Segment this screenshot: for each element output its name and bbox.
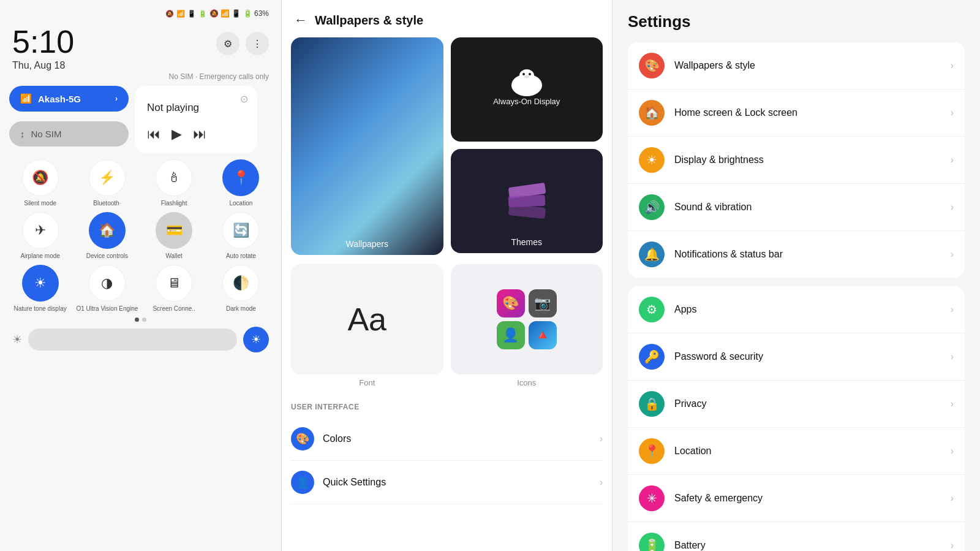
device-icon[interactable]: 🏠: [89, 212, 126, 249]
aod-card[interactable]: Always-On Display: [451, 37, 603, 142]
clock-time: 5:10: [12, 26, 74, 58]
settings-notifications[interactable]: 🔔 Notifications & status bar ›: [628, 231, 965, 278]
airplane-label: Airplane mode: [20, 252, 59, 260]
nature-icon[interactable]: ☀: [22, 265, 59, 302]
bluetooth-label: Bluetooth·: [93, 199, 121, 207]
wallpaper-grid: Wallpapers Always-On Display: [282, 37, 612, 264]
nosim-label: No SIM: [31, 129, 62, 139]
music-cast-icon: ⊙: [240, 93, 248, 105]
brightness-slider[interactable]: [28, 329, 237, 351]
svg-point-6: [532, 78, 540, 83]
phone-icon: 📱: [187, 10, 196, 18]
rotate-label: Auto rotate: [226, 252, 256, 260]
settings-location[interactable]: 📍 Location ›: [628, 428, 965, 475]
nosim-icon: ↕: [20, 129, 25, 139]
settings-apps[interactable]: ⚙ Apps ›: [628, 286, 965, 333]
quick-dark[interactable]: 🌓 Dark mode: [210, 265, 272, 313]
prev-icon[interactable]: ⏮: [147, 126, 160, 142]
safety-arrow: ›: [951, 493, 954, 504]
battery-icon: 🔋: [198, 10, 207, 18]
nosim-button[interactable]: ↕ No SIM: [9, 121, 129, 146]
quicksettings-item[interactable]: 👤 Quick Settings ›: [291, 461, 603, 504]
wifi-button[interactable]: 📶 Akash-5G ›: [9, 86, 129, 112]
airplane-icon[interactable]: ✈: [22, 212, 59, 249]
apps-arrow: ›: [951, 304, 954, 315]
bluetooth-icon[interactable]: ⚡: [89, 159, 126, 196]
page-dots: [9, 317, 272, 322]
location-setting-icon: 📍: [639, 438, 665, 464]
more-icon[interactable]: ⋮: [246, 32, 269, 55]
icons-section: 🎨 📷 👤 🔺 Icons: [451, 264, 603, 387]
play-icon[interactable]: ▶: [172, 126, 182, 142]
quick-vision[interactable]: ◑ O1 Ultra Vision Engine: [76, 265, 138, 313]
brightness-high-button[interactable]: ☀: [243, 327, 269, 352]
clock-date: Thu, Aug 18: [12, 60, 74, 71]
music-controls[interactable]: ⏮ ▶ ⏭: [147, 126, 245, 142]
flashlight-label: Flashlight: [161, 199, 187, 207]
nature-label: Nature tone display: [14, 305, 67, 313]
not-playing-text: Not playing: [147, 102, 245, 114]
vision-icon[interactable]: ◑: [89, 265, 126, 302]
settings-battery[interactable]: 🔋 Battery ›: [628, 522, 965, 551]
quick-wallet[interactable]: 💳 Wallet: [143, 212, 205, 260]
password-label: Password & security: [674, 351, 941, 362]
icons-card[interactable]: 🎨 📷 👤 🔺: [451, 264, 603, 374]
quick-airplane[interactable]: ✈ Airplane mode: [9, 212, 71, 260]
themes-card[interactable]: Themes: [451, 149, 603, 253]
wallpapers-label: Wallpapers: [291, 239, 443, 249]
wifi-arrow: ›: [115, 94, 118, 103]
screen-icon[interactable]: 🖥: [156, 265, 192, 302]
next-icon[interactable]: ⏭: [193, 126, 206, 142]
settings-password[interactable]: 🔑 Password & security ›: [628, 333, 965, 381]
apps-label: Apps: [674, 304, 941, 315]
vision-label: O1 Ultra Vision Engine: [76, 305, 138, 313]
settings-sound[interactable]: 🔊 Sound & vibration ›: [628, 184, 965, 231]
location-icon[interactable]: 📍: [222, 159, 259, 196]
quick-screen[interactable]: 🖥 Screen Conne..: [143, 265, 205, 313]
settings-homescreen[interactable]: 🏠 Home screen & Lock screen ›: [628, 89, 965, 137]
location-setting-label: Location: [674, 446, 941, 457]
wallpapers-setting-label: Wallpapers & style: [674, 60, 941, 71]
notifications-icon: 🔔: [639, 241, 665, 267]
settings-safety[interactable]: ✳ Safety & emergency ›: [628, 475, 965, 522]
back-button[interactable]: ←: [294, 12, 307, 28]
status-icons: 🔕 📶 📱 🔋 🔕 📶 📱 🔋 63%: [165, 9, 269, 18]
quicksettings-arrow: ›: [600, 477, 603, 488]
settings-icon[interactable]: ⚙: [216, 32, 239, 55]
password-icon: 🔑: [639, 344, 665, 370]
app-icon-3: 👤: [497, 321, 525, 349]
wallet-label: Wallet: [165, 252, 182, 260]
top-controls: 📶 Akash-5G › ↕ No SIM ⊙ Not playing ⏮ ▶ …: [9, 86, 272, 153]
quick-rotate[interactable]: 🔄 Auto rotate: [210, 212, 272, 260]
quick-device[interactable]: 🏠 Device controls: [76, 212, 138, 260]
silent-icon[interactable]: 🔕: [22, 159, 59, 196]
wallpaper-title: Wallpapers & style: [315, 13, 423, 28]
quick-bluetooth[interactable]: ⚡ Bluetooth·: [76, 159, 138, 207]
dark-label: Dark mode: [226, 305, 256, 313]
dot-2: [142, 317, 146, 322]
dark-icon[interactable]: 🌓: [222, 265, 259, 302]
quick-nature[interactable]: ☀ Nature tone display: [9, 265, 71, 313]
settings-wallpapers[interactable]: 🎨 Wallpapers & style ›: [628, 42, 965, 89]
svg-point-3: [529, 73, 531, 75]
quick-location[interactable]: 📍 Location: [210, 159, 272, 207]
colors-item[interactable]: 🎨 Colors ›: [291, 417, 603, 461]
font-card[interactable]: Aa: [291, 264, 443, 374]
quick-silent[interactable]: 🔕 Silent mode: [9, 159, 71, 207]
rotate-icon[interactable]: 🔄: [222, 212, 259, 249]
brightness-control[interactable]: ☀ ☀: [9, 327, 272, 352]
wallpapers-card[interactable]: Wallpapers: [291, 37, 443, 255]
status-bar: 🔕 📶 📱 🔋 🔕 📶 📱 🔋 63%: [9, 6, 272, 23]
flashlight-icon[interactable]: 🕯: [156, 159, 192, 196]
quick-flashlight[interactable]: 🕯 Flashlight: [143, 159, 205, 207]
sound-label: Sound & vibration: [674, 202, 941, 213]
settings-privacy[interactable]: 🔒 Privacy ›: [628, 381, 965, 428]
svg-point-2: [522, 73, 525, 75]
themes-label: Themes: [451, 237, 603, 247]
settings-display[interactable]: ☀ Display & brightness ›: [628, 137, 965, 184]
settings-group-1: 🎨 Wallpapers & style › 🏠 Home screen & L…: [628, 42, 965, 278]
font-aa-text: Aa: [347, 301, 386, 338]
font-section: Aa Font: [291, 264, 443, 387]
wallet-icon[interactable]: 💳: [156, 212, 192, 249]
notifications-arrow: ›: [951, 249, 954, 260]
